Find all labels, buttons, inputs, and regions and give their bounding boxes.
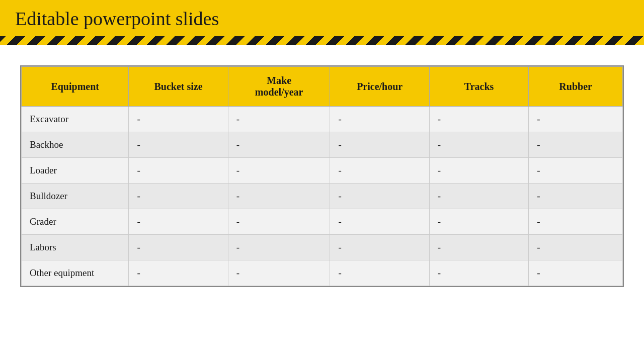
header-bar: Editable powerpoint slides [0, 0, 644, 36]
cell-rubber: - [529, 132, 623, 158]
cell-make_model_year: - [228, 107, 330, 132]
cell-bucket_size: - [129, 260, 228, 286]
main-content: Equipment Bucket size Makemodel/year Pri… [0, 45, 644, 297]
cell-make_model_year: - [228, 235, 330, 260]
cell-equipment: Grader [22, 209, 129, 235]
cell-equipment: Labors [22, 235, 129, 260]
cell-equipment: Bulldozer [22, 184, 129, 209]
cell-tracks: - [429, 107, 528, 132]
cell-price_hour: - [330, 260, 429, 286]
table-row: Loader----- [22, 158, 623, 184]
hazard-strip [0, 36, 644, 45]
cell-tracks: - [429, 184, 528, 209]
table-row: Labors----- [22, 235, 623, 260]
col-header-price: Price/hour [330, 67, 429, 107]
cell-bucket_size: - [129, 107, 228, 132]
cell-price_hour: - [330, 132, 429, 158]
page-title: Editable powerpoint slides [15, 8, 219, 30]
cell-price_hour: - [330, 209, 429, 235]
table-container: Equipment Bucket size Makemodel/year Pri… [20, 65, 624, 287]
cell-bucket_size: - [129, 184, 228, 209]
col-header-tracks: Tracks [429, 67, 528, 107]
cell-bucket_size: - [129, 132, 228, 158]
col-header-bucket: Bucket size [129, 67, 228, 107]
cell-make_model_year: - [228, 132, 330, 158]
col-header-equipment: Equipment [22, 67, 129, 107]
col-header-rubber: Rubber [529, 67, 623, 107]
cell-tracks: - [429, 132, 528, 158]
table-row: Excavator----- [22, 107, 623, 132]
cell-tracks: - [429, 260, 528, 286]
cell-price_hour: - [330, 107, 429, 132]
cell-make_model_year: - [228, 260, 330, 286]
cell-rubber: - [529, 107, 623, 132]
table-row: Bulldozer----- [22, 184, 623, 209]
cell-rubber: - [529, 235, 623, 260]
cell-price_hour: - [330, 184, 429, 209]
cell-equipment: Other equipment [22, 260, 129, 286]
cell-bucket_size: - [129, 235, 228, 260]
cell-rubber: - [529, 260, 623, 286]
cell-rubber: - [529, 184, 623, 209]
equipment-table: Equipment Bucket size Makemodel/year Pri… [21, 66, 623, 286]
cell-make_model_year: - [228, 209, 330, 235]
cell-bucket_size: - [129, 209, 228, 235]
table-header: Equipment Bucket size Makemodel/year Pri… [22, 67, 623, 107]
cell-bucket_size: - [129, 158, 228, 184]
col-header-make: Makemodel/year [228, 67, 330, 107]
table-row: Other equipment----- [22, 260, 623, 286]
cell-tracks: - [429, 209, 528, 235]
cell-equipment: Loader [22, 158, 129, 184]
cell-equipment: Backhoe [22, 132, 129, 158]
cell-make_model_year: - [228, 158, 330, 184]
table-row: Grader----- [22, 209, 623, 235]
table-row: Backhoe----- [22, 132, 623, 158]
cell-price_hour: - [330, 235, 429, 260]
cell-equipment: Excavator [22, 107, 129, 132]
cell-tracks: - [429, 158, 528, 184]
cell-make_model_year: - [228, 184, 330, 209]
table-body: Excavator-----Backhoe-----Loader-----Bul… [22, 107, 623, 286]
header-row: Equipment Bucket size Makemodel/year Pri… [22, 67, 623, 107]
cell-tracks: - [429, 235, 528, 260]
cell-rubber: - [529, 209, 623, 235]
cell-rubber: - [529, 158, 623, 184]
cell-price_hour: - [330, 158, 429, 184]
